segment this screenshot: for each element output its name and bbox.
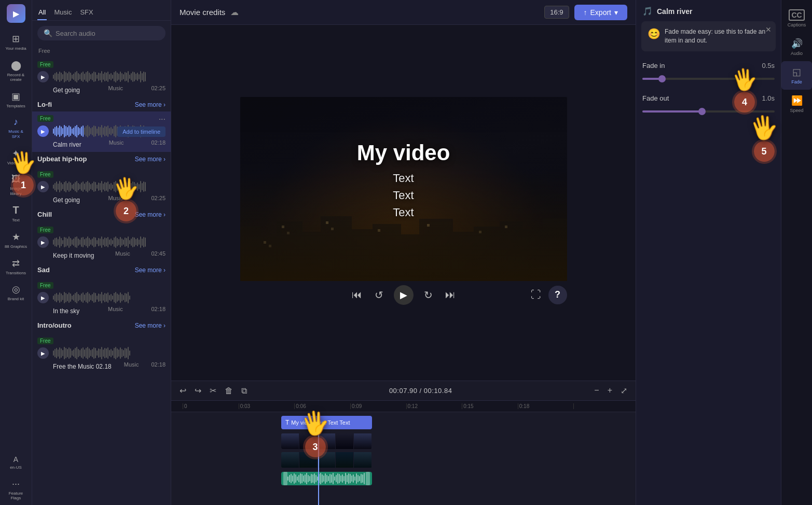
fit-timeline-button[interactable]: ⤢ (618, 385, 629, 397)
video-preview: My video Text Text Text (240, 97, 567, 281)
play-button-in-the-sky[interactable]: ▶ (37, 292, 49, 303)
audio-handle-right[interactable] (366, 472, 370, 485)
track-item-keep-it-moving[interactable]: Free ▶ Keep it moving Music 02:45 (32, 221, 171, 263)
text-clip[interactable]: T My video Text Text Text (281, 416, 372, 429)
cut-button[interactable]: ✂ (208, 385, 218, 397)
bg-thumb-1 (281, 452, 299, 468)
tab-all[interactable]: All (37, 5, 47, 20)
add-to-timeline-button[interactable]: Add to timeline (117, 127, 166, 137)
fast-forward-button[interactable]: ↻ (422, 287, 435, 303)
delete-button[interactable]: 🗑 (223, 385, 235, 397)
fullscreen-button[interactable]: ⛶ (529, 287, 543, 303)
redo-button[interactable]: ↪ (192, 385, 203, 397)
nav-brand-kit[interactable]: ◎ Brand kit (0, 279, 32, 306)
fade-panel-item[interactable]: ◱ Fade (781, 61, 812, 90)
play-button-get-going-2[interactable]: ▶ (37, 181, 49, 192)
export-icon: ↑ (584, 8, 587, 17)
fade-out-thumb[interactable] (698, 108, 706, 115)
bg-thumb-3 (318, 452, 336, 468)
zoom-out-button[interactable]: − (592, 385, 601, 397)
search-input[interactable] (56, 30, 159, 37)
nav-graphics[interactable]: ★ 88 Graphics (0, 227, 32, 254)
track-name-in-the-sky: In the sky (53, 307, 79, 315)
see-more-intro-outro[interactable]: See more › (135, 322, 166, 329)
free-badge-4: Free (37, 282, 53, 289)
audio-clip[interactable] (281, 472, 372, 485)
timeline-area: ↩ ↪ ✂ 🗑 ⧉ 00:07.90 / 00:10.84 − + ⤢ 0 0:… (171, 381, 636, 505)
nav-image-library[interactable]: 🖼 Imagelibrary (0, 170, 32, 200)
nav-video-fx[interactable]: ✦ Video FX (0, 144, 32, 170)
audio-handle-left[interactable] (283, 472, 287, 485)
ruler-9: 0:09 (350, 403, 406, 409)
free-badge-calm-river: Free (37, 115, 53, 122)
fade-in-thumb[interactable] (658, 75, 666, 82)
fade-out-slider[interactable] (642, 106, 775, 117)
export-button[interactable]: ↑ Export ▾ (574, 5, 627, 20)
fade-label: Fade (791, 79, 802, 85)
cloud-save-icon: ☁ (230, 7, 239, 17)
section-sad-title: Sad (37, 266, 50, 274)
timeline-track-text: T My video Text Text Text (177, 414, 629, 431)
tab-sfx[interactable]: SFX (79, 5, 94, 20)
audio-panel-item[interactable]: 🔊 Audio (781, 33, 812, 61)
track-item-get-going-2[interactable]: Free ▶ Get going Music 02:25 (32, 166, 171, 207)
nav-transitions[interactable]: ⇄ Transitions (0, 254, 32, 280)
track-item-free-the-music[interactable]: Free ▶ Free the Music 02.18 Music 02:18 (32, 332, 171, 374)
see-more-upbeat[interactable]: See more › (135, 156, 166, 163)
dots-menu-calm-river[interactable]: ··· (159, 115, 166, 124)
see-more-chill[interactable]: See more › (135, 211, 166, 218)
nav-feature-flags[interactable]: ··· FeatureFlags (0, 474, 32, 505)
free-badge-3: Free (37, 227, 53, 233)
track-type-in-the-sky: Music (108, 306, 123, 315)
fade-in-slider[interactable] (642, 74, 775, 84)
right-panel-top: 🎵 Calm river (636, 0, 781, 16)
nav-sidebar: ▶ ⊞ Your media ⬤ Record &create ▣ Templa… (0, 0, 32, 505)
nav-music-sfx[interactable]: ♪ Music &SFX (0, 113, 32, 143)
track-item-get-going-1[interactable]: Free ▶ Get going Music 02:25 (32, 56, 171, 97)
section-chill-header: Chill See more › (32, 207, 171, 221)
play-button-keep-it-moving[interactable]: ▶ (37, 236, 49, 248)
aspect-ratio-badge: 16:9 (544, 6, 569, 19)
transitions-icon: ⇄ (12, 258, 20, 269)
timeline-track-bg (177, 452, 629, 468)
track-dur-get-going-1: 02:25 (151, 85, 166, 94)
nav-templates[interactable]: ▣ Templates (0, 87, 32, 113)
export-chevron-icon: ▾ (614, 8, 618, 17)
speed-panel-item[interactable]: ⏩ Speed (781, 90, 812, 118)
play-button-free-the-music[interactable]: ▶ (37, 347, 49, 359)
rewind-button[interactable]: ↺ (373, 287, 386, 303)
help-button[interactable]: ? (548, 286, 567, 304)
video-thumb-3 (318, 433, 336, 449)
undo-button[interactable]: ↩ (177, 385, 188, 397)
tooltip-close-button[interactable]: ✕ (765, 25, 772, 34)
nav-your-media[interactable]: ⊞ Your media (0, 29, 32, 55)
bg-clip[interactable] (281, 452, 372, 468)
search-icon: 🔍 (44, 29, 52, 37)
see-more-sad[interactable]: See more › (135, 266, 166, 274)
captions-panel-item[interactable]: CC Captions (781, 4, 812, 33)
audio-search-bar[interactable]: 🔍 (37, 26, 166, 40)
nav-language[interactable]: A en-US (0, 451, 32, 474)
track-item-in-the-sky[interactable]: Free ▶ In the sky Music 02:18 (32, 277, 171, 318)
zoom-in-button[interactable]: + (605, 385, 614, 397)
see-more-lofi[interactable]: See more › (135, 101, 166, 108)
skip-forward-button[interactable]: ⏭ (443, 287, 458, 303)
play-button-get-going-1[interactable]: ▶ (37, 71, 49, 82)
tab-music[interactable]: Music (53, 5, 73, 20)
track-dur-in-the-sky: 02:18 (151, 306, 166, 315)
text-icon: T (12, 204, 19, 216)
play-button-calm-river[interactable]: ▶ (37, 125, 49, 137)
nav-record[interactable]: ⬤ Record &create (0, 55, 32, 87)
video-clip[interactable] (281, 433, 372, 449)
play-pause-button[interactable]: ▶ (394, 285, 414, 305)
skip-back-button[interactable]: ⏮ (350, 287, 364, 303)
nav-text[interactable]: T Text (0, 200, 32, 227)
track-type-keep-it-moving: Music (115, 250, 130, 260)
fade-tooltip: ✕ 😊 Fade made easy: use this to fade an … (641, 21, 776, 51)
captions-icon: CC (789, 9, 804, 21)
templates-icon: ▣ (11, 91, 20, 102)
duplicate-button[interactable]: ⧉ (239, 385, 249, 397)
brand-kit-icon: ◎ (12, 284, 20, 295)
waveform-get-going-2 (53, 179, 166, 194)
track-item-calm-river[interactable]: Free ··· ▶ Add to timeline Calm river Mu… (32, 111, 171, 152)
